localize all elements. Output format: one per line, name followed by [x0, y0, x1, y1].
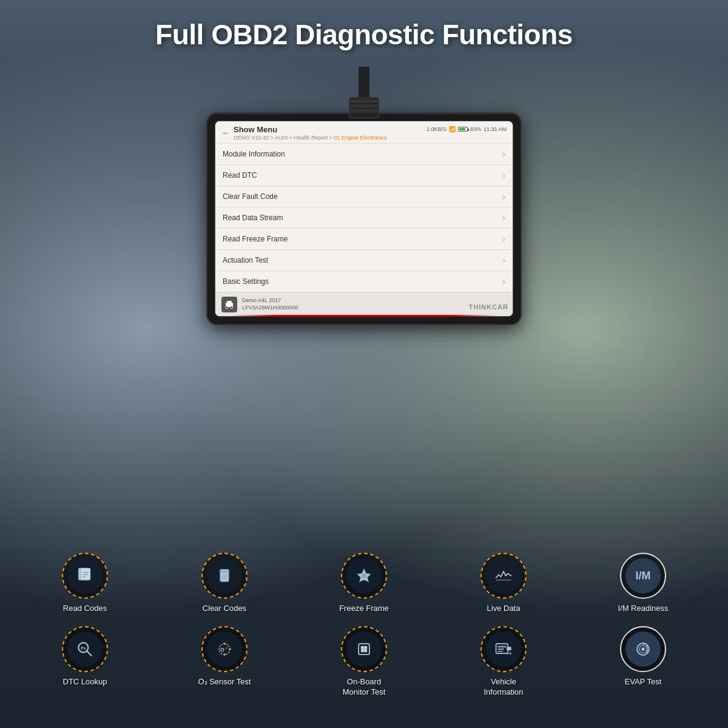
feature-im-readiness: I/M I/M Readiness [576, 553, 710, 614]
back-button[interactable]: ← [221, 129, 230, 137]
svg-rect-1 [227, 301, 232, 303]
svg-rect-35 [496, 644, 508, 653]
live-data-label: Live Data [487, 604, 521, 614]
svg-text:2: 2 [226, 645, 228, 650]
live-data-icon-inner [486, 558, 521, 593]
evap-test-icon-inner [625, 632, 661, 667]
read-codes-icon-circle [62, 553, 108, 599]
vehicle-info-label: VehicleInformation [484, 677, 523, 698]
svg-point-33 [365, 650, 367, 652]
svg-point-32 [362, 650, 364, 652]
onboard-monitor-label: On-BoardMonitor Test [343, 677, 386, 698]
clear-codes-icon-inner [207, 558, 242, 593]
im-readiness-label: I/M Readiness [618, 604, 668, 614]
menu-title: Show Menu [234, 125, 386, 134]
menu-item-module-info[interactable]: Module Information [215, 144, 513, 165]
feature-vehicle-info: VehicleInformation [437, 626, 570, 698]
o2-sensor-icon-inner: O 2 [207, 632, 242, 667]
page-title: Full OBD2 Diagnostic Functions [0, 18, 728, 51]
evap-test-icon-circle [620, 626, 666, 672]
dtc-lookup-icon-inner: Px [67, 632, 103, 667]
svg-point-40 [507, 653, 509, 655]
dtc-lookup-icon-circle: Px [62, 626, 108, 672]
device-screen: ← Show Menu DEMO V10.42 > AUDI > Health … [215, 121, 513, 317]
vehicle-info-icon-inner [486, 632, 521, 667]
read-codes-icon-inner [67, 558, 103, 593]
svg-point-3 [231, 306, 233, 309]
o2-sensor-label: O₂ Sensor Test [198, 677, 251, 687]
o2-sensor-icon-circle: O 2 [201, 626, 248, 672]
svg-point-2 [226, 306, 228, 309]
svg-rect-39 [507, 647, 511, 650]
evap-test-label: EVAP Test [625, 677, 662, 687]
svg-line-20 [87, 652, 92, 656]
live-data-icon-circle [480, 553, 527, 599]
svg-point-27 [223, 653, 226, 656]
clock: 11:31 AM [484, 126, 507, 132]
feature-freeze-frame: Freeze Frame [297, 553, 431, 614]
svg-rect-37 [497, 649, 504, 650]
im-readiness-icon-inner: I/M [625, 558, 661, 593]
feature-o2-sensor: O 2 O₂ Sensor Test [158, 626, 291, 698]
svg-point-31 [365, 647, 367, 649]
im-text: I/M [636, 570, 651, 582]
vin-number: LFV3A28W1H3000000 [242, 305, 298, 312]
svg-point-17 [362, 573, 367, 579]
breadcrumb: DEMO V10.42 > AUDI > Health Report > 01 … [234, 135, 386, 141]
features-section: Read Codes Clear Codes [0, 553, 728, 710]
feature-live-data: Live Data [437, 553, 570, 614]
feature-read-codes: Read Codes [18, 553, 152, 614]
obd-connector [346, 67, 382, 115]
menu-item-basic-settings[interactable]: Basic Settings [215, 271, 513, 292]
features-row-2: Px DTC Lookup O 2 [18, 626, 710, 698]
svg-rect-34 [362, 649, 367, 650]
menu-item-read-dtc[interactable]: Read DTC [215, 165, 513, 186]
feature-clear-codes: Clear Codes [158, 553, 291, 614]
brand-label: THINKCAR [469, 303, 508, 311]
feature-evap-test: EVAP Test [576, 626, 710, 698]
screen-footer: Demo A4L 2017 LFV3A28W1H3000000 [215, 292, 513, 316]
svg-point-25 [223, 643, 226, 645]
feature-dtc-lookup: Px DTC Lookup [18, 626, 152, 698]
svg-rect-6 [81, 568, 90, 581]
features-row-1: Read Codes Clear Codes [18, 553, 710, 614]
menu-item-clear-fault[interactable]: Clear Fault Code [215, 186, 513, 207]
battery-percent: 83% [470, 126, 481, 132]
freeze-frame-icon-circle [341, 553, 387, 599]
menu-item-read-data[interactable]: Read Data Stream [215, 207, 513, 229]
car-icon [221, 297, 237, 312]
svg-point-26 [229, 648, 231, 650]
freeze-frame-icon-inner [346, 558, 382, 593]
onboard-monitor-icon-inner [346, 632, 382, 667]
svg-rect-10 [220, 570, 229, 571]
status-bar: 2.0KB/S 📶 83% 11:31 AM [426, 125, 507, 132]
battery-icon [458, 127, 468, 132]
feature-onboard-monitor: On-BoardMonitor Test [297, 626, 431, 698]
data-speed: 2.0KB/S [426, 126, 447, 132]
svg-rect-36 [497, 646, 506, 648]
freeze-frame-label: Freeze Frame [339, 604, 389, 614]
vehicle-info-icon-circle [480, 626, 527, 672]
clear-codes-icon-circle [201, 553, 248, 599]
page-title-section: Full OBD2 Diagnostic Functions [0, 18, 728, 51]
dtc-lookup-label: DTC Lookup [63, 677, 107, 687]
car-info: Demo A4L 2017 LFV3A28W1H3000000 [242, 297, 298, 311]
onboard-monitor-icon-circle [341, 626, 387, 672]
svg-point-41 [509, 653, 511, 655]
menu-item-freeze-frame[interactable]: Read Freeze Frame [215, 229, 513, 250]
svg-point-30 [362, 647, 364, 649]
im-readiness-icon-circle: I/M [620, 553, 666, 599]
device-wrapper: ← Show Menu DEMO V10.42 > AUDI > Health … [206, 67, 522, 325]
menu-list: Module Information Read DTC Clear Fault … [215, 144, 513, 292]
read-codes-label: Read Codes [63, 604, 107, 614]
tablet-device: ← Show Menu DEMO V10.42 > AUDI > Health … [206, 112, 522, 325]
svg-text:O: O [220, 647, 224, 653]
svg-point-44 [641, 648, 644, 651]
car-model: Demo A4L 2017 [242, 297, 298, 305]
screen-header: ← Show Menu DEMO V10.42 > AUDI > Health … [215, 121, 513, 144]
wifi-icon: 📶 [449, 126, 456, 132]
menu-item-actuation[interactable]: Actuation Test [215, 250, 513, 271]
svg-text:Px: Px [81, 646, 86, 651]
svg-rect-38 [497, 651, 503, 652]
clear-codes-label: Clear Codes [203, 604, 246, 614]
